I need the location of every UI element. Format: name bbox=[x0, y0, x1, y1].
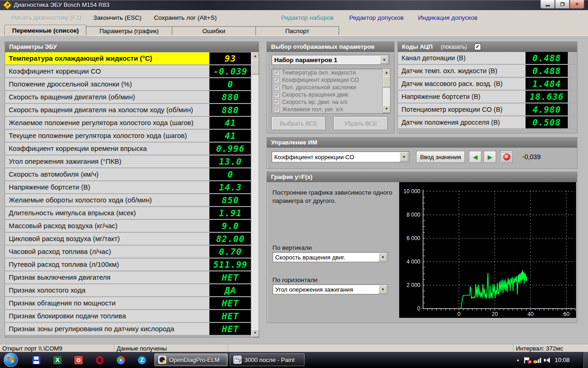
table-row[interactable]: Напряжение бортсети (В) 18.636 bbox=[398, 91, 577, 104]
table-row[interactable]: Скорость автомобиля (км/ч) 0 bbox=[5, 168, 251, 181]
list-item[interactable]: ✓ Скорость вр. двиг. на х/х bbox=[272, 98, 383, 106]
list-item[interactable]: ✓ Коэффициент коррекции СО bbox=[272, 76, 383, 84]
clear-all-button[interactable]: Убрать ВСЕ bbox=[334, 116, 388, 130]
arrow-left-icon: ◀ bbox=[473, 154, 478, 160]
minimize-button[interactable] bbox=[540, 0, 555, 9]
enter-value-button[interactable]: Ввод значения bbox=[416, 151, 465, 163]
checkbox-checked-icon[interactable]: ✓ bbox=[274, 107, 280, 113]
scroll-thumb[interactable] bbox=[383, 76, 390, 87]
chevron-down-icon[interactable]: ▼ bbox=[380, 56, 389, 64]
actuator-combobox[interactable]: Коэффициент коррекции СО ▼ bbox=[271, 151, 409, 162]
camera-app-icon[interactable] bbox=[73, 355, 84, 366]
table-row[interactable]: Массовый расход воздуха (кг/час) 9.0 bbox=[5, 220, 251, 233]
table-row[interactable]: Часовой расход топлива (л/час) 0.70 bbox=[5, 246, 251, 259]
table-row[interactable]: Скорость вращения двигателя на холостом … bbox=[5, 104, 251, 117]
taskbar-clock[interactable]: 10:08 bbox=[554, 356, 570, 363]
zello-icon[interactable]: Z bbox=[136, 355, 147, 366]
horizontal-axis-combobox[interactable]: Угол опережения зажигания ▼ bbox=[272, 284, 388, 294]
menu-set-editor[interactable]: Редактор наборов bbox=[281, 14, 334, 21]
decrease-button[interactable]: ◀ bbox=[469, 151, 481, 163]
menu-limits-indication[interactable]: Индикация допусков bbox=[418, 14, 477, 21]
tab-parameters-graph[interactable]: Параметры (график) bbox=[86, 26, 172, 36]
table-row[interactable]: Признак блокировки подачи топлива НЕТ bbox=[5, 310, 251, 323]
checkbox-checked-icon[interactable]: ✓ bbox=[274, 77, 280, 83]
adc-show-checkbox[interactable]: ✓ bbox=[474, 43, 481, 50]
parameter-checklist: ✓ Температура охл. жидкости ✓ Коэффициен… bbox=[271, 69, 390, 114]
scroll-up-icon[interactable]: ▲ bbox=[383, 69, 390, 77]
list-item[interactable]: ✓ Температура охл. жидкости bbox=[272, 69, 383, 76]
stop-button[interactable]: ✕ bbox=[500, 151, 513, 163]
table-row[interactable]: Скорость вращения двигателя (об/мин) 880 bbox=[5, 91, 251, 104]
menu-finish[interactable]: Закончить (ESC) bbox=[93, 14, 141, 21]
checklist-scrollbar[interactable]: ▲ ▼ bbox=[382, 69, 390, 113]
vertical-axis-label: По вертикали bbox=[272, 244, 312, 251]
actuator-current-value: -0,039 bbox=[522, 153, 541, 161]
network-icon[interactable] bbox=[534, 357, 542, 363]
table-row[interactable]: Температура охлаждающей жидкости (°С) 93 bbox=[5, 52, 251, 65]
status-data-state: Данные получены bbox=[114, 345, 228, 352]
checkbox-checked-icon[interactable]: ✓ bbox=[274, 85, 280, 91]
chrome-icon[interactable] bbox=[115, 355, 126, 366]
vertical-axis-combobox[interactable]: Скорость вращения двиг. ▼ bbox=[272, 252, 388, 262]
params-scrollbar[interactable]: ▲ ▼ bbox=[251, 52, 259, 337]
table-row[interactable]: Угол опережения зажигания (°ПКВ) 13.0 bbox=[5, 155, 251, 168]
table-row[interactable]: Признак выключения двигателя НЕТ bbox=[5, 271, 251, 284]
restore-button[interactable] bbox=[555, 0, 570, 9]
table-row[interactable]: Цикловой расход воздуха (мг/такт) 82.00 bbox=[5, 233, 251, 246]
param-label: Цикловой расход воздуха (мг/такт) bbox=[5, 233, 209, 245]
tab-errors[interactable]: Ошибки bbox=[172, 26, 256, 36]
table-row[interactable]: Признак холостого хода ДА bbox=[5, 284, 251, 297]
speaker-icon[interactable] bbox=[546, 357, 550, 363]
parameter-set-combobox[interactable]: Набор параметров 1 ▼ bbox=[271, 55, 390, 65]
select-all-button[interactable]: Выбрать ВСЕ bbox=[271, 116, 326, 130]
table-row[interactable]: Текущее положение регулятора холостого х… bbox=[5, 130, 251, 143]
table-row[interactable]: Признак зоны регулирования по датчику ки… bbox=[5, 323, 251, 336]
table-row[interactable]: Датчик темп. охл. жидкости (В) 0.488 bbox=[398, 65, 577, 78]
action-center-flag-icon[interactable]: ✕ bbox=[524, 357, 530, 363]
param-label: Путевой расход топлива (л/100км) bbox=[5, 259, 209, 270]
table-row[interactable]: Путевой расход топлива (л/100км) 511.99 bbox=[5, 259, 251, 271]
increase-button[interactable]: ▶ bbox=[484, 151, 496, 163]
table-row[interactable]: Длительность импульса впрыска (мсек) 1.9… bbox=[5, 207, 251, 220]
table-row[interactable]: Канал детонации (В) 0.488 bbox=[398, 52, 577, 65]
scroll-up-icon[interactable]: ▲ bbox=[251, 52, 259, 60]
close-button[interactable]: × bbox=[570, 0, 584, 9]
show-desktop-button[interactable] bbox=[583, 352, 588, 368]
table-row[interactable]: Коэффициент коррекции времени впрыска 0.… bbox=[5, 143, 251, 155]
chevron-down-icon[interactable]: ▼ bbox=[379, 253, 387, 261]
table-row[interactable]: Датчик массового расх. возд. (В) 1.484 bbox=[398, 78, 577, 91]
checkbox-checked-icon[interactable]: ✓ bbox=[274, 92, 280, 98]
list-item[interactable]: ✓ Желаемое пол. рег. х/х bbox=[272, 106, 383, 113]
table-row[interactable]: Коэффициент коррекции СО -0.039 bbox=[5, 65, 251, 78]
taskbar-button-paint[interactable]: 3000 после - Paint bbox=[230, 353, 305, 366]
table-row[interactable]: Положение дроссельной заслонки (%) 0 bbox=[5, 78, 251, 91]
tray-expand-icon[interactable]: ▲ bbox=[516, 358, 520, 362]
table-row[interactable]: Желаемые обороты холостого хода (об/мин)… bbox=[5, 194, 251, 207]
checkbox-checked-icon[interactable]: ✓ bbox=[274, 99, 280, 105]
param-value: 41 bbox=[209, 117, 251, 129]
list-item[interactable]: ✓ Пол. дроссельной заслонки bbox=[272, 84, 383, 91]
scroll-down-icon[interactable]: ▼ bbox=[251, 329, 259, 337]
menu-limits-editor[interactable]: Редактор допусков bbox=[349, 14, 404, 21]
table-row[interactable]: Датчик положения дросселя (В) 0.508 bbox=[398, 116, 577, 129]
list-item[interactable]: ✓ Скорость вращения двиг. bbox=[272, 91, 383, 98]
checkbox-checked-icon[interactable]: ✓ bbox=[274, 70, 280, 76]
excel-icon[interactable]: X bbox=[52, 355, 63, 366]
chevron-down-icon[interactable]: ▼ bbox=[400, 152, 408, 161]
chevron-down-icon[interactable]: ▼ bbox=[379, 285, 387, 293]
menu-save-log[interactable]: Сохранить лог (Alt+S) bbox=[154, 14, 217, 21]
floppy-disk-icon[interactable] bbox=[31, 355, 42, 366]
table-row[interactable]: Желаемое положение регулятора холостого … bbox=[5, 117, 251, 130]
table-row[interactable]: Потенциометр коррекции СО (В) 4.980 bbox=[398, 104, 577, 116]
scroll-down-icon[interactable]: ▼ bbox=[383, 105, 390, 113]
tab-variables-list[interactable]: Переменные (список) bbox=[5, 25, 86, 36]
table-row[interactable]: Признак обгащения по мощности НЕТ bbox=[5, 297, 251, 310]
window-controls: × bbox=[540, 0, 584, 9]
table-row[interactable]: Напряжение бортсети (В) 14.3 bbox=[5, 181, 251, 194]
panel-actuator-control: Управление ИМ Коэффициент коррекции СО ▼… bbox=[266, 137, 577, 169]
scroll-thumb[interactable] bbox=[251, 60, 259, 75]
opera-icon[interactable] bbox=[94, 355, 105, 366]
start-button[interactable] bbox=[4, 353, 18, 367]
tab-passport[interactable]: Паспорт bbox=[255, 26, 339, 36]
taskbar-button-opendiagpro[interactable]: OpenDiagPro-ELM bbox=[154, 353, 228, 366]
